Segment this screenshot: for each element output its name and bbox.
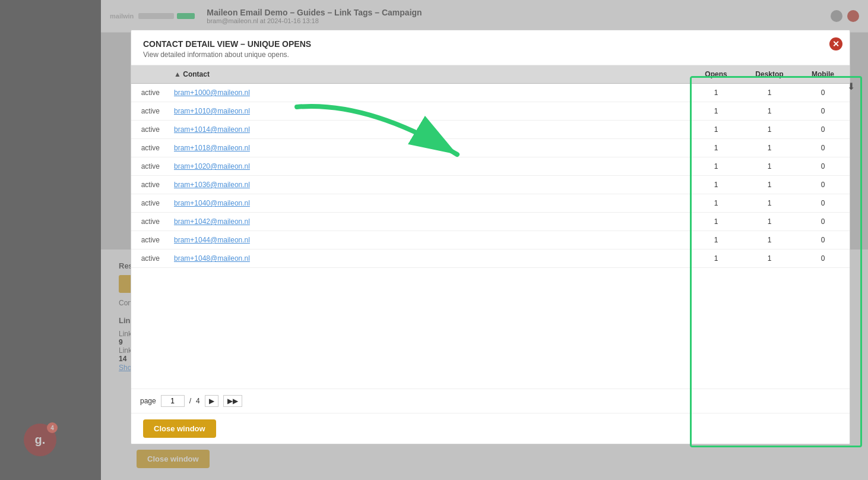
table-row: active bram+1018@maileon.nl 1 1 0 <box>131 139 850 157</box>
cell-mobile-2: 0 <box>796 121 850 139</box>
cell-mobile-1: 0 <box>796 102 850 121</box>
cell-email-2[interactable]: bram+1014@maileon.nl <box>167 121 689 139</box>
email-link-6[interactable]: bram+1040@maileon.nl <box>174 199 250 207</box>
cell-status-0: active <box>131 84 167 102</box>
cell-opens-1: 1 <box>689 102 743 121</box>
cell-desktop-7: 1 <box>743 213 796 231</box>
email-link-8[interactable]: bram+1044@maileon.nl <box>174 236 250 244</box>
email-link-3[interactable]: bram+1018@maileon.nl <box>174 144 250 152</box>
last-page-button[interactable]: ▶▶ <box>223 395 242 407</box>
pagination: page / 4 ▶ ▶▶ <box>131 389 850 413</box>
col-header-status <box>131 65 167 84</box>
cell-desktop-2: 1 <box>743 121 796 139</box>
table-row: active bram+1048@maileon.nl 1 1 0 <box>131 250 850 268</box>
cell-mobile-3: 0 <box>796 139 850 157</box>
cell-status-7: active <box>131 213 167 231</box>
cell-email-3[interactable]: bram+1018@maileon.nl <box>167 139 689 157</box>
cell-desktop-9: 1 <box>743 250 796 268</box>
modal-header: CONTACT DETAIL VIEW – UNIQUE OPENS View … <box>131 30 850 65</box>
modal-title: CONTACT DETAIL VIEW – UNIQUE OPENS <box>143 39 838 49</box>
modal-close-x-button[interactable]: ✕ <box>829 37 842 50</box>
close-icon: ✕ <box>832 39 840 49</box>
cell-status-4: active <box>131 157 167 176</box>
cell-email-5[interactable]: bram+1036@maileon.nl <box>167 176 689 194</box>
cell-status-2: active <box>131 121 167 139</box>
modal-close-window-area: Close window <box>131 413 850 444</box>
cell-opens-7: 1 <box>689 213 743 231</box>
table-row: active bram+1040@maileon.nl 1 1 0 <box>131 194 850 213</box>
cell-status-3: active <box>131 139 167 157</box>
cell-email-8[interactable]: bram+1044@maileon.nl <box>167 231 689 250</box>
cell-status-5: active <box>131 176 167 194</box>
modal-body: ▲ Contact Opens Desktop Mobile active br… <box>131 65 850 444</box>
cell-opens-6: 1 <box>689 194 743 213</box>
cell-desktop-1: 1 <box>743 102 796 121</box>
table-row: active bram+1010@maileon.nl 1 1 0 <box>131 102 850 121</box>
table-row: active bram+1020@maileon.nl 1 1 0 <box>131 157 850 176</box>
cell-desktop-4: 1 <box>743 157 796 176</box>
next-page-button[interactable]: ▶ <box>205 395 218 407</box>
cell-email-4[interactable]: bram+1020@maileon.nl <box>167 157 689 176</box>
sort-arrow-icon: ▲ <box>174 70 183 78</box>
cell-mobile-9: 0 <box>796 250 850 268</box>
cell-email-6[interactable]: bram+1040@maileon.nl <box>167 194 689 213</box>
cell-mobile-5: 0 <box>796 176 850 194</box>
cell-email-0[interactable]: bram+1000@maileon.nl <box>167 84 689 102</box>
cell-desktop-8: 1 <box>743 231 796 250</box>
cell-status-8: active <box>131 231 167 250</box>
cell-opens-4: 1 <box>689 157 743 176</box>
cell-desktop-6: 1 <box>743 194 796 213</box>
cell-opens-8: 1 <box>689 231 743 250</box>
col-contact-label: Contact <box>183 70 210 78</box>
col-header-contact[interactable]: ▲ Contact <box>167 65 689 84</box>
cell-email-9[interactable]: bram+1048@maileon.nl <box>167 250 689 268</box>
cell-mobile-8: 0 <box>796 231 850 250</box>
cell-opens-3: 1 <box>689 139 743 157</box>
cell-status-9: active <box>131 250 167 268</box>
download-icon-container: ⬇ <box>690 76 862 94</box>
table-row: active bram+1044@maileon.nl 1 1 0 <box>131 231 850 250</box>
table-row: active bram+1036@maileon.nl 1 1 0 <box>131 176 850 194</box>
page-label: page <box>140 397 156 405</box>
contacts-table: ▲ Contact Opens Desktop Mobile active br… <box>131 65 850 268</box>
cell-mobile-4: 0 <box>796 157 850 176</box>
cell-opens-2: 1 <box>689 121 743 139</box>
email-link-4[interactable]: bram+1020@maileon.nl <box>174 162 250 170</box>
table-row: active bram+1014@maileon.nl 1 1 0 <box>131 121 850 139</box>
cell-desktop-3: 1 <box>743 139 796 157</box>
cell-mobile-6: 0 <box>796 194 850 213</box>
close-window-modal-button[interactable]: Close window <box>143 419 216 438</box>
cell-opens-9: 1 <box>689 250 743 268</box>
email-link-5[interactable]: bram+1036@maileon.nl <box>174 181 250 189</box>
email-link-1[interactable]: bram+1010@maileon.nl <box>174 107 250 115</box>
cell-mobile-7: 0 <box>796 213 850 231</box>
table-container: ▲ Contact Opens Desktop Mobile active br… <box>131 65 850 389</box>
email-link-9[interactable]: bram+1048@maileon.nl <box>174 254 250 263</box>
page-separator: / <box>189 397 191 405</box>
table-row: active bram+1042@maileon.nl 1 1 0 <box>131 213 850 231</box>
cell-status-6: active <box>131 194 167 213</box>
page-total: 4 <box>196 397 200 405</box>
email-link-2[interactable]: bram+1014@maileon.nl <box>174 125 250 134</box>
email-link-0[interactable]: bram+1000@maileon.nl <box>174 89 250 97</box>
page-input[interactable] <box>161 395 185 407</box>
cell-email-1[interactable]: bram+1010@maileon.nl <box>167 102 689 121</box>
download-icon[interactable]: ⬇ <box>847 81 855 92</box>
cell-status-1: active <box>131 102 167 121</box>
cell-opens-5: 1 <box>689 176 743 194</box>
cell-email-7[interactable]: bram+1042@maileon.nl <box>167 213 689 231</box>
cell-desktop-5: 1 <box>743 176 796 194</box>
email-link-7[interactable]: bram+1042@maileon.nl <box>174 217 250 226</box>
modal-subtitle: View detailed information about unique o… <box>143 50 838 59</box>
